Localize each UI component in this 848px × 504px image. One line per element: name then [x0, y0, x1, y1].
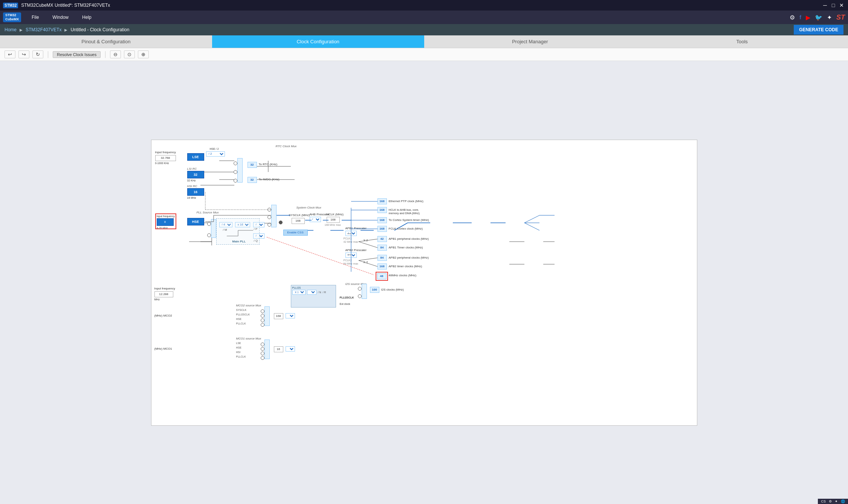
mco1-node4 [261, 356, 264, 360]
hse-freq-input[interactable] [157, 218, 174, 226]
tab-clock[interactable]: Clock Configuration [212, 35, 424, 48]
divq-select[interactable]: / 7/ 4 [253, 233, 264, 239]
resolve-clock-issues-button[interactable]: Resolve Clock Issues [53, 51, 101, 58]
title-bar: STM32 STM32CubeMX Untitled*: STM32F407VE… [0, 0, 848, 11]
lse-box[interactable]: LSE [187, 153, 204, 161]
tab-pinout[interactable]: Pinout & Configuration [0, 35, 212, 48]
plli2s-freq-input[interactable] [154, 291, 173, 297]
menu-window[interactable]: Window [49, 13, 72, 21]
enable-css-button[interactable]: Enable CSS [283, 230, 308, 236]
mco1-node3 [261, 352, 264, 355]
i2s-mux-body[interactable] [362, 284, 367, 299]
undo-button[interactable]: ↩ [5, 50, 15, 58]
breadcrumb-chip[interactable]: STM32F407VETx [26, 27, 61, 32]
sysclk-label: SYSCLK (MHz) [289, 213, 310, 217]
pllclk-selected-node[interactable] [279, 221, 283, 224]
settings-icon[interactable]: ⚙ [790, 14, 795, 21]
apb2-div-select[interactable]: / 2/ 1 [345, 253, 357, 258]
mco2-node2 [261, 314, 264, 318]
toolbar-separator2 [105, 51, 105, 58]
mco2-mhz-label: (MHz) MCO2 [154, 314, 172, 317]
zoom-out-button[interactable]: ⊖ [110, 50, 121, 58]
hsi-rc-box[interactable]: 16 [187, 188, 204, 196]
breadcrumb-sep1: ▶ [20, 28, 23, 32]
youtube-icon[interactable]: ▶ [806, 14, 810, 21]
tab-tools[interactable]: Tools [636, 35, 848, 48]
lsi-rc-label: LSI RC [187, 167, 197, 171]
network-icon[interactable]: ✦ [827, 14, 832, 21]
hse-box[interactable]: HSE [187, 218, 204, 225]
rtc-mux-node2 [234, 170, 237, 174]
clock-diagram[interactable]: RTC Clock Mux Input frequency 0-1000 KHz… [151, 140, 697, 426]
xn-select[interactable]: x 168x 192 [235, 222, 250, 227]
rtc-mux-label: RTC Clock Mux [276, 145, 297, 148]
input-freq-value1[interactable] [155, 155, 176, 161]
tab-project[interactable]: Project Manager [424, 35, 636, 48]
plli2s-div2-select[interactable]: / 2 [307, 290, 316, 295]
iwdg-output-label: To IWDG (KHz) [259, 178, 280, 181]
apb2-label: APB2 Prescaler [345, 248, 367, 252]
twitter-icon[interactable]: 🐦 [815, 14, 822, 21]
hclk-label: HCLK (MHz) [327, 213, 344, 216]
menu-file[interactable]: File [29, 13, 42, 21]
st-brand-icon[interactable]: ST [836, 14, 845, 21]
clock-wiring [151, 140, 697, 425]
output-3-label: FCLK Cortex clock (MHz) [389, 227, 423, 230]
input-freq-label1: Input frequency [155, 151, 176, 154]
menu-help[interactable]: Help [79, 13, 95, 21]
apb1-div-select[interactable]: / 4/ 2 [345, 231, 357, 236]
generate-code-button[interactable]: GENERATE CODE [794, 25, 843, 35]
close-button[interactable]: ✕ [838, 2, 845, 9]
output-1-label: HCLK to AHB bus, core,memory and DMA (MH… [389, 208, 449, 216]
pclk2-note: 84 MHz max [344, 262, 358, 265]
maximize-button[interactable]: □ [830, 2, 837, 9]
mco2-node1 [261, 309, 264, 313]
toolbar: ↩ ↪ ↻ Resolve Clock Issues ⊖ ⊙ ⊕ [0, 48, 848, 61]
breadcrumb-home[interactable]: Home [5, 27, 17, 32]
plli2s-x192-select[interactable]: X 192 [292, 290, 306, 295]
mco1-mux-body[interactable] [264, 340, 270, 359]
plli2s-box: PLLI2S X 192 / 2 / N / R [291, 285, 336, 308]
output-6-label: APB2 peripheral clocks (MHz) [389, 256, 429, 259]
facebook-icon[interactable]: f [799, 14, 801, 20]
sysclk-value[interactable] [292, 218, 305, 224]
lsi-rc-freq: 32 KHz [187, 179, 196, 182]
plli2sclk-label: PLLI2SCLK [340, 296, 354, 299]
divq-label: / Q [254, 239, 258, 242]
hse-rtc-select[interactable]: / 2/ 3 [206, 151, 225, 157]
pll-source-mux-label: PLL Source Mux [197, 211, 219, 214]
toolbar-separator [48, 51, 48, 58]
mco2-mux-body[interactable] [264, 306, 270, 326]
refresh-button[interactable]: ↻ [32, 50, 43, 58]
ahb-div-select[interactable]: / 1/ 2 [310, 217, 321, 222]
hse-rtc-label: HSE / 2 [210, 148, 219, 150]
pll-source-mux-body[interactable] [211, 219, 216, 238]
mco1-mhz-label: (MHz) MCO1 [154, 347, 172, 350]
iwdg-output-val: 32 [248, 177, 257, 183]
mco1-value[interactable] [274, 346, 283, 352]
output-3-val: 168 [377, 226, 387, 232]
input-freq-label3: Input frequency [154, 287, 175, 290]
title-bar-text: STM32CubeMX Untitled*: STM32F407VETx [21, 3, 110, 8]
lsi-rc-box[interactable]: 32 [187, 171, 204, 178]
additional-wiring [151, 140, 697, 425]
mco2-hse-opt: HSE [236, 318, 241, 320]
fit-button[interactable]: ⊙ [124, 50, 135, 58]
zoom-in-button[interactable]: ⊕ [138, 50, 149, 58]
mco2-div-select[interactable]: / 1/ 2 [286, 313, 295, 318]
redo-button[interactable]: ↪ [18, 50, 29, 58]
x2-label1: X 2 [364, 239, 368, 242]
rtc-mux-body[interactable] [237, 158, 243, 183]
plli2s-divn-label: / N [318, 291, 321, 294]
mco1-pllclk-opt: PLLCLK [236, 355, 246, 358]
output-2-label: To Cortex System timer (MHz) [389, 218, 429, 222]
divp-select[interactable]: / 2/ 4 [253, 222, 264, 227]
hclk-value[interactable] [327, 217, 340, 223]
sysclk-mux-body[interactable] [271, 205, 277, 227]
menu-bar: STM32CubeMX File Window Help ⚙ f ▶ 🐦 ✦ S… [0, 11, 848, 24]
minimize-button[interactable]: ─ [822, 2, 828, 9]
mco2-value[interactable] [274, 313, 283, 319]
sysclk-pll-node [267, 223, 271, 227]
mco1-div-select[interactable]: / 1/ 2 [286, 346, 295, 352]
div4-select[interactable]: / 4/ 8 [219, 222, 232, 227]
